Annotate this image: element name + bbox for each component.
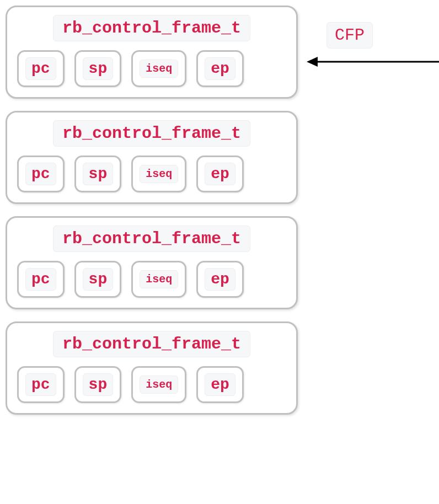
- frame-title: rb_control_frame_t: [53, 226, 250, 252]
- control-frame-stack-diagram: CFP rb_control_frame_t pc sp iseq ep rb_…: [6, 6, 433, 415]
- field-label: ep: [205, 373, 235, 396]
- control-frame: rb_control_frame_t pc sp iseq ep: [6, 216, 298, 309]
- field-pc: pc: [17, 366, 65, 403]
- field-label: sp: [83, 163, 114, 185]
- control-frame: rb_control_frame_t pc sp iseq ep: [6, 6, 298, 99]
- frame-title: rb_control_frame_t: [53, 120, 250, 147]
- svg-marker-1: [307, 57, 318, 67]
- field-label: ep: [205, 268, 235, 291]
- field-sp: sp: [74, 156, 122, 192]
- field-label: ep: [205, 163, 235, 185]
- field-pc: pc: [17, 261, 65, 298]
- field-row: pc sp iseq ep: [17, 261, 286, 298]
- field-label: iseq: [140, 376, 178, 394]
- field-label: pc: [25, 57, 56, 80]
- field-label: sp: [83, 373, 114, 396]
- field-row: pc sp iseq ep: [17, 156, 286, 192]
- field-iseq: iseq: [131, 366, 186, 403]
- field-row: pc sp iseq ep: [17, 366, 286, 403]
- field-pc: pc: [17, 50, 65, 87]
- field-ep: ep: [196, 261, 244, 298]
- field-ep: ep: [196, 156, 244, 192]
- field-row: pc sp iseq ep: [17, 50, 286, 87]
- field-label: iseq: [140, 60, 178, 78]
- field-label: iseq: [140, 165, 178, 183]
- field-label: pc: [25, 373, 56, 396]
- control-frame: rb_control_frame_t pc sp iseq ep: [6, 321, 298, 415]
- cfp-label: CFP: [326, 22, 373, 49]
- field-label: sp: [83, 57, 114, 80]
- field-label: sp: [83, 268, 114, 291]
- field-label: iseq: [140, 270, 178, 288]
- field-ep: ep: [196, 50, 244, 87]
- field-iseq: iseq: [131, 261, 186, 298]
- field-label: pc: [25, 163, 56, 185]
- field-sp: sp: [74, 366, 122, 403]
- frame-title: rb_control_frame_t: [53, 15, 250, 41]
- field-sp: sp: [74, 261, 122, 298]
- field-label: ep: [205, 57, 235, 80]
- control-frame: rb_control_frame_t pc sp iseq ep: [6, 111, 298, 204]
- cfp-pointer: CFP: [307, 36, 439, 81]
- field-iseq: iseq: [131, 156, 186, 192]
- arrow-left-icon: [307, 55, 439, 68]
- field-ep: ep: [196, 366, 244, 403]
- frame-title: rb_control_frame_t: [53, 331, 250, 357]
- field-sp: sp: [74, 50, 122, 87]
- field-label: pc: [25, 268, 56, 291]
- field-pc: pc: [17, 156, 65, 192]
- field-iseq: iseq: [131, 50, 186, 87]
